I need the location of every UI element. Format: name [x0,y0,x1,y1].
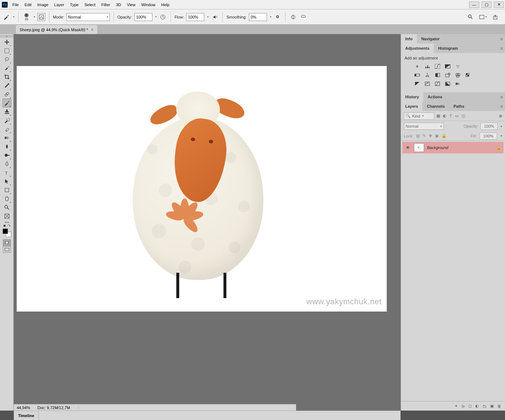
screen-mode-button[interactable] [3,246,11,253]
layers-panel-menu-icon[interactable]: ≡ [500,104,503,109]
channel-mixer-icon[interactable] [455,72,461,78]
layer-opacity-input[interactable]: 100% [480,123,498,130]
filter-type-icon[interactable]: T [449,114,452,118]
symmetry-icon[interactable] [289,13,297,21]
brush-panel-toggle[interactable] [37,13,45,21]
tab-paths[interactable]: Paths [449,102,469,111]
filter-toggle[interactable] [499,115,502,118]
invert-icon[interactable] [414,81,420,87]
document-tab[interactable]: Sheep.jpeg @ 44,9% (Quick Mask/8) * × [16,25,97,34]
eraser-tool[interactable] [3,125,11,133]
color-balance-icon[interactable] [424,72,431,78]
layer-fx-icon[interactable]: fx [461,404,465,408]
airbrush-icon[interactable] [211,13,219,21]
pressure-opacity-icon[interactable] [159,13,167,21]
tab-actions[interactable]: Actions [423,92,447,102]
tab-histogram[interactable]: Histogram [434,44,462,53]
edit-toolbar[interactable] [5,222,9,223]
lock-position-icon[interactable]: ✥ [429,133,432,138]
history-brush-tool[interactable] [3,116,11,125]
posterize-icon[interactable] [424,81,431,87]
adjustments-panel-menu-icon[interactable]: ≡ [500,46,503,51]
zoom-tool[interactable] [3,203,11,212]
exposure-icon[interactable] [444,63,451,70]
canvas-area[interactable]: www.yakymchuk.net 44,94% Doc: 9,72M/12,7… [14,34,401,411]
brush-dropdown[interactable]: ▾ [34,15,35,18]
lock-image-icon[interactable]: ✎ [423,133,426,138]
smoothing-options-icon[interactable]: ⚙ [274,13,282,21]
healing-tool[interactable] [3,90,11,99]
layer-mask-icon[interactable]: ◻ [468,404,472,408]
crop-tool[interactable] [3,73,11,81]
timeline-tab[interactable]: Timeline [14,411,39,420]
delete-layer-icon[interactable]: 🗑 [497,404,501,408]
filter-smart-icon[interactable]: ◫ [461,114,465,118]
color-swatches[interactable] [3,228,11,237]
minimize-button[interactable]: — [469,1,479,8]
menu-edit[interactable]: Edit [22,0,34,9]
brush-tool-icon[interactable] [2,13,10,21]
frame-tool[interactable] [3,212,11,221]
smoothing-dropdown[interactable]: ▾ [270,15,271,18]
flow-input[interactable]: 100% [186,13,204,21]
menu-view[interactable]: View [124,0,139,9]
menu-select[interactable]: Select [82,0,99,9]
blur-tool[interactable] [3,142,11,151]
stamp-tool[interactable] [3,107,11,116]
brush-tool[interactable] [3,99,11,107]
foreground-color-swatch[interactable] [3,228,8,234]
info-panel-menu-icon[interactable]: ≡ [500,37,503,42]
smoothing-input[interactable]: 0% [249,13,267,21]
vibrance-icon[interactable]: ▽ [455,63,461,70]
tab-navigator[interactable]: Navigator [417,34,444,44]
menu-3d[interactable]: 3D [113,0,124,9]
flow-dropdown[interactable]: ▾ [207,15,209,18]
threshold-icon[interactable] [434,81,441,87]
document-tab-close-icon[interactable]: × [91,27,94,32]
view-extras-icon[interactable]: ▾ [479,13,487,21]
butterfly-symmetry-icon[interactable] [299,13,307,21]
history-panel-menu-icon[interactable]: ≡ [500,95,503,100]
opacity-input-dropdown[interactable]: ▾ [501,125,502,128]
color-lookup-icon[interactable] [465,72,471,78]
tab-history[interactable]: History [401,92,423,102]
photo-filter-icon[interactable] [444,72,451,78]
tab-info[interactable]: Info [401,34,417,44]
shape-tool[interactable] [3,186,11,194]
pen-tool[interactable] [3,160,11,168]
filter-shape-icon[interactable]: ▭ [455,114,459,118]
toolbox-collapse[interactable]: » [0,35,13,38]
menu-file[interactable]: File [9,0,22,9]
canvas[interactable]: www.yakymchuk.net [17,66,387,312]
move-tool[interactable] [3,38,11,46]
levels-icon[interactable] [424,63,431,70]
color-swap-icon[interactable] [0,224,13,228]
path-select-tool[interactable] [3,177,11,186]
layer-lock-icon[interactable]: 🔒 [496,145,501,150]
type-tool[interactable]: T [3,168,11,177]
hand-tool[interactable] [3,194,11,203]
selective-color-icon[interactable] [444,81,451,87]
gradient-tool[interactable] [3,133,11,142]
brush-preview[interactable]: 45 [22,13,31,21]
tab-adjustments[interactable]: Adjustments [401,44,434,53]
tab-channels[interactable]: Channels [422,102,449,111]
status-arrow-icon[interactable]: 〉 [77,405,81,410]
maximize-button[interactable]: ▢ [481,1,492,8]
filter-pixel-icon[interactable]: ▦ [436,114,440,118]
hue-icon[interactable] [414,72,420,78]
filter-adjust-icon[interactable]: ◐ [443,114,447,118]
layer-filter-select[interactable]: 🔍Kind▾ [404,112,434,120]
tool-preset-dropdown[interactable]: ▾ [13,15,15,18]
opacity-input[interactable]: 100% [134,13,152,21]
layer-thumbnail[interactable]: 🐑 [414,143,424,152]
menu-window[interactable]: Window [138,0,158,9]
link-layers-icon[interactable]: ⚭ [455,404,458,408]
layer-name[interactable]: Background [427,145,448,150]
group-icon[interactable]: 🗀 [483,404,486,408]
layer-row-background[interactable]: 👁 🐑 Background 🔒 [402,142,504,153]
blend-mode-select[interactable]: Normal▾ [404,123,444,130]
new-layer-icon[interactable]: ▣ [490,404,494,408]
doc-size-value[interactable]: Doc: 9,72M/12,7M [37,405,70,410]
menu-filter[interactable]: Filter [98,0,113,9]
